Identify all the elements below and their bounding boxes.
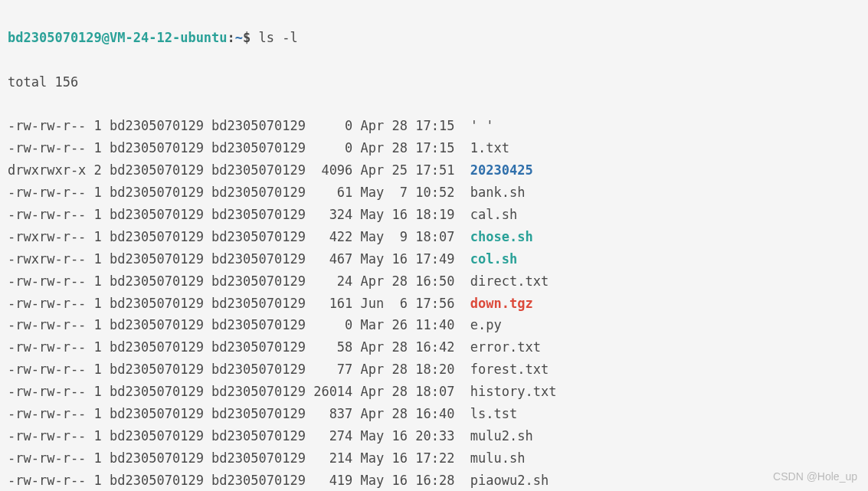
file-name: mulu.sh bbox=[470, 450, 526, 466]
list-row: -rw-rw-r-- 1 bd2305070129 bd2305070129 0… bbox=[8, 115, 860, 137]
file-name: e.py bbox=[470, 317, 502, 332]
file-name: history.txt bbox=[470, 384, 557, 399]
list-row: -rw-rw-r-- 1 bd2305070129 bd2305070129 7… bbox=[8, 358, 860, 381]
file-name: chose.sh bbox=[470, 229, 533, 244]
prompt-dollar: $ bbox=[243, 30, 251, 45]
command-text: ls -l bbox=[259, 30, 298, 45]
list-row: -rw-rw-r-- 1 bd2305070129 bd2305070129 8… bbox=[8, 403, 860, 425]
file-name: bank.sh bbox=[470, 185, 526, 200]
list-row: -rw-rw-r-- 1 bd2305070129 bd2305070129 6… bbox=[8, 182, 860, 204]
list-row: -rw-rw-r-- 1 bd2305070129 bd2305070129 2… bbox=[8, 270, 860, 293]
file-name: 1.txt bbox=[470, 140, 509, 155]
list-row: -rwxrw-r-- 1 bd2305070129 bd2305070129 4… bbox=[8, 248, 860, 270]
list-row: -rw-rw-r-- 1 bd2305070129 bd2305070129 2… bbox=[8, 381, 860, 403]
file-name: col.sh bbox=[470, 251, 517, 267]
file-name: mulu2.sh bbox=[470, 428, 533, 444]
list-row: -rw-rw-r-- 1 bd2305070129 bd2305070129 1… bbox=[8, 293, 860, 315]
prompt-line: bd2305070129@VM-24-12-ubuntu:~$ ls -l bbox=[8, 27, 860, 49]
list-row: -rw-rw-r-- 1 bd2305070129 bd2305070129 2… bbox=[8, 425, 860, 447]
file-name: down.tgz bbox=[470, 296, 533, 311]
file-listing: -rw-rw-r-- 1 bd2305070129 bd2305070129 0… bbox=[8, 115, 860, 491]
list-row: -rw-rw-r-- 1 bd2305070129 bd2305070129 4… bbox=[8, 470, 860, 491]
watermark: CSDN @Hole_up bbox=[773, 468, 857, 486]
list-row: -rw-rw-r-- 1 bd2305070129 bd2305070129 5… bbox=[8, 336, 860, 358]
total-line: total 156 bbox=[8, 71, 860, 93]
file-name: 20230425 bbox=[470, 162, 533, 178]
file-name: direct.txt bbox=[470, 273, 549, 289]
file-name: piaowu2.sh bbox=[470, 473, 549, 488]
prompt-colon: : bbox=[228, 30, 235, 45]
file-name: error.txt bbox=[470, 339, 541, 355]
list-row: -rw-rw-r-- 1 bd2305070129 bd2305070129 0… bbox=[8, 314, 860, 336]
prompt-user-host: bd2305070129@VM-24-12-ubuntu bbox=[8, 30, 228, 45]
list-row: -rw-rw-r-- 1 bd2305070129 bd2305070129 0… bbox=[8, 137, 860, 159]
list-row: drwxrwxr-x 2 bd2305070129 bd2305070129 4… bbox=[8, 159, 860, 182]
file-name: forest.txt bbox=[470, 362, 549, 377]
terminal[interactable]: bd2305070129@VM-24-12-ubuntu:~$ ls -l to… bbox=[0, 0, 868, 491]
file-name: ' ' bbox=[470, 118, 494, 133]
list-row: -rwxrw-r-- 1 bd2305070129 bd2305070129 4… bbox=[8, 226, 860, 248]
list-row: -rw-rw-r-- 1 bd2305070129 bd2305070129 3… bbox=[8, 204, 860, 226]
file-name: ls.tst bbox=[470, 406, 517, 421]
list-row: -rw-rw-r-- 1 bd2305070129 bd2305070129 2… bbox=[8, 447, 860, 470]
prompt-path: ~ bbox=[235, 30, 243, 45]
file-name: cal.sh bbox=[470, 207, 517, 222]
